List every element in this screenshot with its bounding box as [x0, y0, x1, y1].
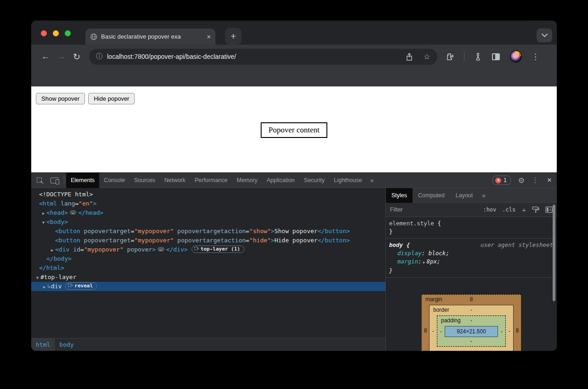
address-bar[interactable]: ⓘ localhost:7800/popover-api/basic-decla…: [89, 49, 437, 65]
devtools-tab-elements[interactable]: Elements: [66, 173, 99, 188]
tree-line-html[interactable]: <html lang="en">: [31, 199, 385, 208]
tree-line-body-close[interactable]: </body>: [31, 254, 385, 263]
popover-content: Popover content: [261, 122, 328, 138]
inspect-icon: ↖: [194, 247, 198, 251]
tab-title: Basic declarative popover exa: [101, 33, 203, 40]
tree-line-html-close[interactable]: </html>: [31, 263, 385, 273]
tree-line-doctype[interactable]: <!DOCTYPE html>: [31, 190, 385, 199]
tree-line-top-layer[interactable]: ▼#top-layer: [31, 273, 385, 282]
styles-pane: Styles Computed Layout » Filter :hov .cl…: [386, 188, 557, 351]
top-layer-badge[interactable]: ↖top-layer (1): [192, 246, 244, 253]
expand-arrow-icon[interactable]: ▶: [422, 260, 427, 264]
expand-arrow-icon[interactable]: ▶: [41, 282, 47, 292]
element-style-rule[interactable]: element.style { }: [386, 217, 557, 239]
tree-line-hide-button[interactable]: <button popovertarget="mypopover" popove…: [31, 236, 385, 245]
close-window-button[interactable]: [41, 30, 47, 36]
box-model-border[interactable]: border - - padding -: [429, 305, 514, 351]
box-model-padding[interactable]: padding - - 924×21.500 - -: [437, 315, 506, 347]
tree-line-show-button[interactable]: <button popovertarget="mypopover" popove…: [31, 227, 385, 236]
reload-button[interactable]: ↻: [69, 51, 85, 62]
body-user-agent-rule[interactable]: body { user agent stylesheet display: bl…: [386, 239, 557, 278]
collapse-arrow-icon[interactable]: ▼: [34, 273, 40, 282]
paint-roller-icon[interactable]: [532, 206, 539, 213]
new-style-rule-button[interactable]: +: [522, 206, 526, 214]
devtools-toolbar: ↖ Elements Console Sources Network Perfo…: [31, 173, 557, 188]
styles-scrollbar-thumb[interactable]: [553, 205, 555, 301]
tab-search-button[interactable]: [537, 29, 552, 42]
tree-line-head[interactable]: ▶<head>…</head>: [31, 208, 385, 217]
tab-layout[interactable]: Layout: [450, 188, 479, 203]
dom-breadcrumbs: html body: [31, 338, 385, 351]
browser-tab[interactable]: Basic declarative popover exa ×: [85, 29, 215, 45]
minimize-window-button[interactable]: [53, 30, 59, 36]
experiments-flask-icon[interactable]: [474, 52, 482, 61]
profile-avatar[interactable]: [510, 51, 522, 63]
tab-styles[interactable]: Styles: [386, 188, 413, 203]
tree-line-body[interactable]: ▼<body>: [31, 217, 385, 227]
window-controls: [41, 30, 71, 36]
devtools-tab-application[interactable]: Application: [262, 173, 299, 188]
navigation-bar: ← → ↻ ⓘ localhost:7800/popover-api/basic…: [31, 45, 557, 86]
more-tabs-icon[interactable]: »: [478, 192, 489, 199]
devtools-menu-dots-icon[interactable]: ⋮: [528, 176, 542, 184]
rule-selector: body {: [389, 241, 410, 249]
expand-arrow-icon[interactable]: ▶: [40, 209, 46, 218]
show-popover-button[interactable]: Show popover: [36, 93, 85, 104]
back-button[interactable]: ←: [38, 51, 53, 62]
forward-button[interactable]: →: [53, 51, 69, 62]
toggle-hover-button[interactable]: :hov: [483, 206, 496, 213]
box-model-diagram[interactable]: margin 8 8 border - -: [421, 294, 521, 351]
reveal-badge[interactable]: ↖reveal: [65, 282, 97, 290]
page-viewport: Show popover Hide popover Popover conten…: [31, 86, 557, 172]
devtools-tab-performance[interactable]: Performance: [190, 173, 232, 188]
collapse-arrow-icon[interactable]: ▼: [40, 218, 46, 227]
ellipsis-icon[interactable]: …: [70, 210, 76, 215]
styles-tabs: Styles Computed Layout »: [386, 188, 557, 203]
toggle-sidebar-icon[interactable]: [545, 206, 553, 213]
box-model-content[interactable]: 924×21.500: [445, 326, 498, 337]
devtools-panel: ↖ Elements Console Sources Network Perfo…: [31, 172, 557, 351]
side-panel-icon[interactable]: [492, 53, 500, 61]
inspect-icon: ↖: [68, 284, 72, 288]
toolbar-divider: [64, 176, 64, 184]
error-count-badge[interactable]: × 1: [492, 176, 511, 185]
more-tabs-icon[interactable]: »: [367, 177, 378, 184]
devtools-tab-sources[interactable]: Sources: [130, 173, 160, 188]
maximize-window-button[interactable]: [65, 30, 71, 36]
css-property-margin[interactable]: margin:▶8px;: [389, 257, 557, 267]
url-text[interactable]: localhost:7800/popover-api/basic-declara…: [107, 53, 236, 60]
devtools-settings-gear-icon[interactable]: ⚙: [514, 176, 528, 185]
stylesheet-origin: user agent stylesheet: [410, 241, 553, 249]
chevron-down-icon: [542, 34, 548, 37]
devtools-tab-console[interactable]: Console: [99, 173, 130, 188]
tab-computed[interactable]: Computed: [413, 188, 450, 203]
new-tab-button[interactable]: +: [225, 28, 242, 45]
box-model-margin[interactable]: margin 8 8 border - -: [421, 294, 521, 351]
devtools-tab-lighthouse[interactable]: Lighthouse: [329, 173, 367, 188]
elements-tree-pane: <!DOCTYPE html> <html lang="en"> ▶<head>…: [31, 188, 386, 351]
expand-arrow-icon[interactable]: ▶: [49, 246, 55, 255]
breadcrumb-html[interactable]: html: [31, 338, 55, 351]
device-toolbar-icon[interactable]: [51, 177, 58, 183]
styles-filter-input[interactable]: Filter: [390, 206, 403, 213]
devtools-tab-memory[interactable]: Memory: [232, 173, 262, 188]
breadcrumb-body[interactable]: body: [55, 338, 78, 351]
devtools-close-icon[interactable]: ×: [542, 176, 557, 185]
tab-close-icon[interactable]: ×: [207, 33, 211, 40]
tree-line-popover-div[interactable]: ▶<div id="mypopover" popover>…</div>↖top…: [31, 245, 385, 254]
ellipsis-icon[interactable]: …: [158, 247, 164, 252]
devtools-tab-security[interactable]: Security: [300, 173, 329, 188]
share-icon[interactable]: [406, 53, 413, 61]
styles-filter-row: Filter :hov .cls +: [386, 203, 557, 217]
tab-strip: Basic declarative popover exa × +: [31, 21, 557, 45]
browser-menu-icon[interactable]: ⋮: [531, 52, 539, 62]
site-info-icon[interactable]: ⓘ: [96, 52, 102, 61]
devtools-tab-network[interactable]: Network: [160, 173, 190, 188]
bookmark-star-icon[interactable]: ☆: [424, 52, 430, 62]
toggle-class-button[interactable]: .cls: [502, 206, 515, 213]
css-property-display[interactable]: display: block;: [389, 249, 557, 257]
hide-popover-button[interactable]: Hide popover: [88, 93, 135, 104]
inspect-element-icon[interactable]: ↖: [36, 177, 43, 183]
extensions-puzzle-icon[interactable]: [446, 52, 454, 61]
tree-line-top-layer-div-selected[interactable]: ▶↳div↖reveal: [31, 282, 385, 291]
